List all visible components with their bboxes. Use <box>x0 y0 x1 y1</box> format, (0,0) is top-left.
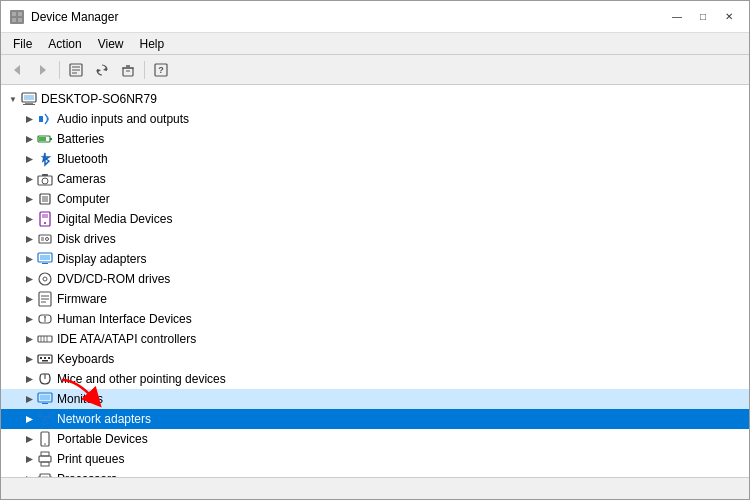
tree-item[interactable]: Keyboards <box>1 349 749 369</box>
svg-marker-23 <box>26 116 33 123</box>
tree-item[interactable]: Digital Media Devices <box>1 209 749 229</box>
forward-button[interactable] <box>31 58 55 82</box>
root-expand-icon[interactable]: ▼ <box>5 91 21 107</box>
dvd-icon <box>37 271 53 287</box>
tree-item[interactable]: Display adapters <box>1 249 749 269</box>
item-label: Print queues <box>57 452 124 466</box>
expand-icon[interactable] <box>21 191 37 207</box>
help-button[interactable]: ? <box>149 58 173 82</box>
tree-root[interactable]: ▼ DESKTOP-SO6NR79 <box>1 89 749 109</box>
svg-marker-57 <box>26 316 33 323</box>
tree-item[interactable]: DVD/CD-ROM drives <box>1 269 749 289</box>
print-icon <box>37 451 53 467</box>
window-controls: — □ ✕ <box>665 7 741 27</box>
tree-item[interactable]: Cameras <box>1 169 749 189</box>
keyboard-icon <box>37 351 53 367</box>
item-label: Cameras <box>57 172 106 186</box>
svg-rect-93 <box>41 462 49 466</box>
item-label: Display adapters <box>57 252 146 266</box>
svg-marker-45 <box>26 256 33 263</box>
tree-item[interactable]: Human Interface Devices <box>1 309 749 329</box>
expand-icon[interactable] <box>21 311 37 327</box>
svg-marker-72 <box>26 376 33 383</box>
menu-action[interactable]: Action <box>40 35 89 53</box>
svg-rect-33 <box>42 174 48 176</box>
expand-icon[interactable] <box>21 451 37 467</box>
expand-icon[interactable] <box>21 391 37 407</box>
svg-rect-96 <box>42 476 48 477</box>
menu-file[interactable]: File <box>5 35 40 53</box>
root-label: DESKTOP-SO6NR79 <box>41 92 157 106</box>
svg-marker-25 <box>26 136 33 143</box>
svg-rect-62 <box>38 336 52 342</box>
svg-rect-3 <box>12 18 16 22</box>
tree-item[interactable]: Portable Devices <box>1 429 749 449</box>
tree-item[interactable]: Network adapters <box>1 409 749 429</box>
expand-icon[interactable] <box>21 411 37 427</box>
svg-rect-76 <box>40 395 50 400</box>
item-label: Keyboards <box>57 352 114 366</box>
audio-icon <box>37 111 53 127</box>
firmware-icon <box>37 291 53 307</box>
menu-bar: File Action View Help <box>1 33 749 55</box>
item-label: DVD/CD-ROM drives <box>57 272 170 286</box>
properties-button[interactable] <box>64 58 88 82</box>
tree-item[interactable]: Computer <box>1 189 749 209</box>
expand-icon[interactable] <box>21 271 37 287</box>
item-label: Batteries <box>57 132 104 146</box>
svg-marker-5 <box>14 65 20 75</box>
uninstall-button[interactable] <box>116 58 140 82</box>
svg-point-44 <box>46 238 49 241</box>
display-icon <box>37 251 53 267</box>
tree-item[interactable]: Bluetooth <box>1 149 749 169</box>
expand-icon[interactable] <box>21 291 37 307</box>
expand-icon[interactable] <box>21 371 37 387</box>
camera-icon <box>37 171 53 187</box>
hid-icon <box>37 311 53 327</box>
menu-view[interactable]: View <box>90 35 132 53</box>
svg-marker-87 <box>26 436 33 443</box>
svg-point-89 <box>44 443 46 445</box>
expand-icon[interactable] <box>21 331 37 347</box>
svg-rect-71 <box>42 360 48 362</box>
tree-item[interactable]: Firmware <box>1 289 749 309</box>
expand-icon[interactable] <box>21 111 37 127</box>
svg-marker-78 <box>26 416 33 423</box>
tree-item[interactable]: Audio inputs and outputs <box>1 109 749 129</box>
tree-item[interactable]: Disk drives <box>1 229 749 249</box>
tree-item[interactable]: Mice and other pointing devices <box>1 369 749 389</box>
svg-rect-39 <box>42 214 48 218</box>
expand-icon[interactable] <box>21 431 37 447</box>
back-button[interactable] <box>5 58 29 82</box>
tree-item[interactable]: Monitors <box>1 389 749 409</box>
tree-item[interactable]: Processors <box>1 469 749 477</box>
expand-icon[interactable] <box>21 151 37 167</box>
svg-rect-91 <box>39 456 51 462</box>
update-button[interactable] <box>90 58 114 82</box>
tree-item[interactable]: Batteries <box>1 129 749 149</box>
expand-icon[interactable] <box>21 211 37 227</box>
device-tree[interactable]: ▼ DESKTOP-SO6NR79 Audio inputs and outpu… <box>1 85 749 477</box>
close-button[interactable]: ✕ <box>717 7 741 27</box>
svg-point-59 <box>44 316 46 318</box>
tree-item[interactable]: IDE ATA/ATAPI controllers <box>1 329 749 349</box>
expand-icon[interactable] <box>21 471 37 477</box>
item-label: Mice and other pointing devices <box>57 372 226 386</box>
expand-icon[interactable] <box>21 351 37 367</box>
item-label: Firmware <box>57 292 107 306</box>
status-bar <box>1 477 749 499</box>
expand-icon[interactable] <box>21 171 37 187</box>
tree-item[interactable]: Print queues <box>1 449 749 469</box>
minimize-button[interactable]: — <box>665 7 689 27</box>
menu-help[interactable]: Help <box>132 35 173 53</box>
svg-marker-11 <box>103 67 107 71</box>
svg-marker-74 <box>26 396 33 403</box>
svg-marker-52 <box>26 296 33 303</box>
expand-icon[interactable] <box>21 131 37 147</box>
ide-icon <box>37 331 53 347</box>
svg-rect-77 <box>42 403 48 404</box>
maximize-button[interactable]: □ <box>691 7 715 27</box>
expand-icon[interactable] <box>21 231 37 247</box>
expand-icon[interactable] <box>21 251 37 267</box>
svg-rect-43 <box>41 237 44 241</box>
